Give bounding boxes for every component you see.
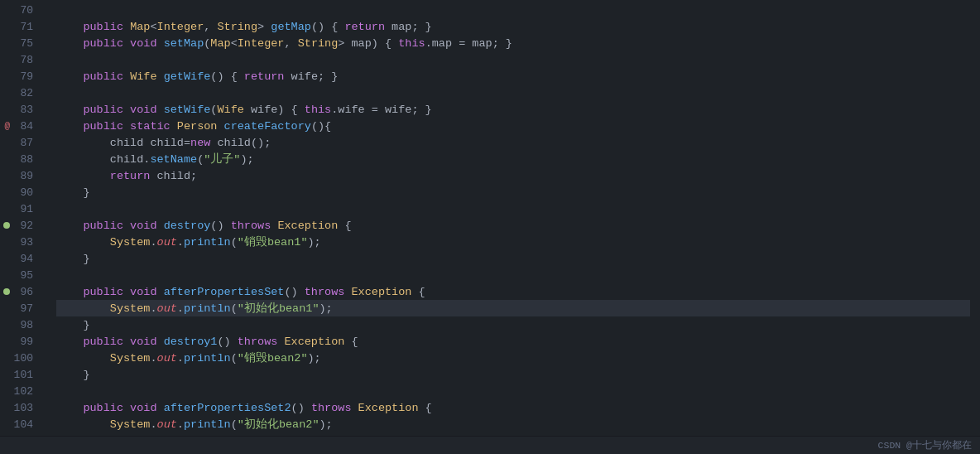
gutter-icon <box>3 368 10 381</box>
gutter-icon <box>3 70 10 83</box>
token: map <box>385 21 411 33</box>
token: destroy <box>164 220 211 232</box>
line-number: 103 <box>13 402 33 414</box>
gutter-icon <box>3 103 10 116</box>
token: println <box>184 302 231 315</box>
gutter-icon <box>3 20 10 33</box>
token: System <box>110 352 151 365</box>
line-number: 84 <box>13 120 33 133</box>
token: public <box>83 336 123 348</box>
token <box>351 402 358 414</box>
token: Integer <box>157 21 204 33</box>
token: destroy1 <box>164 336 218 348</box>
token: println <box>184 352 231 365</box>
code-line: } <box>56 184 970 200</box>
token: return <box>110 170 151 182</box>
line-number: 71 <box>13 21 33 33</box>
token: } <box>56 253 90 265</box>
line-number: 96 <box>13 286 33 298</box>
token: getWife <box>164 70 211 83</box>
scrollbar[interactable] <box>970 0 980 436</box>
line-number-row: 98 <box>0 316 41 333</box>
token <box>56 170 110 182</box>
code-line: System.out.println("销毁bean1"); <box>56 234 970 250</box>
token: throws <box>238 336 278 348</box>
token: public <box>83 220 123 232</box>
code-line: } <box>56 316 970 333</box>
token: throws <box>305 286 345 298</box>
token <box>56 302 110 315</box>
code-line: return child; <box>56 167 970 184</box>
line-number: 104 <box>13 418 33 431</box>
code-line: System.out.println("销毁bean2"); <box>56 350 970 366</box>
line-number-row: 102 <box>0 383 41 399</box>
token: System <box>110 302 151 315</box>
token: setWife <box>164 104 211 116</box>
token <box>56 120 83 133</box>
token: ("销毁bean2"); <box>231 350 321 365</box>
token: < <box>231 37 238 50</box>
line-number-row: 99 <box>0 333 41 350</box>
token: Integer <box>238 37 285 50</box>
line-number: 90 <box>13 186 33 199</box>
editor: 70717578798283@8487888990919293949596979… <box>0 0 980 454</box>
code-line: } <box>56 250 970 267</box>
token: . <box>150 236 156 249</box>
gutter-icon <box>3 53 10 66</box>
token: println <box>184 236 231 249</box>
token: this <box>398 37 425 50</box>
token: child(); <box>210 137 271 149</box>
token <box>56 286 83 298</box>
code-line: public void afterPropertiesSet2() throws… <box>56 399 970 416</box>
token <box>56 236 110 249</box>
token: System <box>110 236 151 249</box>
gutter-icon <box>3 3 10 17</box>
line-number-row: 70 <box>0 2 41 18</box>
token: Exception <box>277 220 338 232</box>
token: ("初始化bean2"); <box>231 417 333 432</box>
line-number-row: 87 <box>0 134 41 151</box>
code-line: public void destroy1() throws Exception … <box>56 333 970 350</box>
token: void <box>123 104 164 116</box>
code-line: public void setMap(Map<Integer, String> … <box>56 35 970 51</box>
token: ; } <box>411 21 431 33</box>
token: { <box>338 220 351 232</box>
code-line <box>56 267 970 283</box>
token: afterPropertiesSet2 <box>164 402 291 414</box>
gutter-icon <box>3 202 10 215</box>
line-number: 78 <box>13 54 33 66</box>
token: void <box>123 220 164 232</box>
token <box>344 286 351 298</box>
token: child. <box>56 153 150 166</box>
token: getMap <box>271 21 311 33</box>
token: < <box>150 21 156 33</box>
token: setMap <box>164 37 204 50</box>
code-line: public void setWife(Wife wife) { this.wi… <box>56 101 970 118</box>
code-line: System.out.println("初始化bean1"); <box>56 300 970 316</box>
gutter-icon <box>3 169 10 182</box>
code-line <box>56 200 970 217</box>
token: wife; } <box>284 70 338 83</box>
token <box>56 137 110 149</box>
token: wife) { <box>244 104 305 116</box>
token <box>217 120 223 133</box>
code-line <box>56 2 970 18</box>
line-number: 83 <box>13 104 33 116</box>
token: . <box>177 418 184 431</box>
status-bar: CSDN @十七与你都在 <box>0 436 980 454</box>
code-area: 70717578798283@8487888990919293949596979… <box>0 0 980 436</box>
token: () { <box>311 21 338 33</box>
token: , <box>284 37 297 50</box>
token: . <box>150 418 156 431</box>
token: () <box>291 402 311 414</box>
line-number-row: 91 <box>0 200 41 217</box>
gutter-icon <box>3 152 10 166</box>
code-line <box>56 51 970 68</box>
code-line: public Map<Integer, String> getMap() { r… <box>56 18 970 35</box>
line-number: 87 <box>13 137 33 149</box>
token: String <box>298 37 339 50</box>
token: . <box>177 352 184 365</box>
code-content: public Map<Integer, String> getMap() { r… <box>51 0 970 436</box>
token: child <box>110 137 144 149</box>
line-number-row: 95 <box>0 267 41 283</box>
